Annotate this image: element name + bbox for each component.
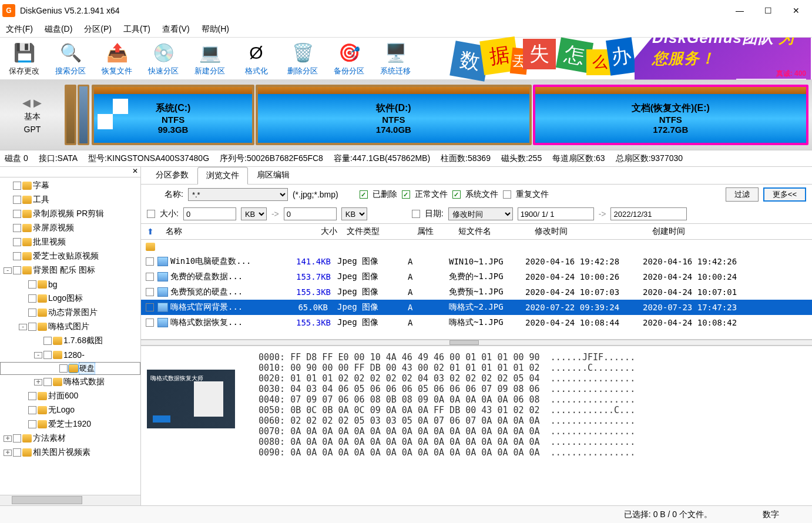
tree-label[interactable]: 工具 [33, 195, 49, 205]
small-partition-2[interactable] [78, 85, 89, 145]
file-list-hscroll[interactable] [141, 340, 812, 346]
tree-node[interactable]: 硬盘 [0, 362, 140, 375]
menu-disk[interactable]: 磁盘(D) [45, 24, 72, 35]
tree-expander-icon[interactable]: - [4, 267, 12, 274]
tree-node[interactable]: -嗨格式图片 [0, 320, 140, 334]
col-mtime[interactable]: 修改时间 [530, 226, 647, 237]
hex-dump[interactable]: 0000: FF D8 FF E0 00 10 4A 46 49 46 00 0… [241, 346, 812, 505]
file-row[interactable]: 免费预览的硬盘...155.3KBJpeg 图像A免费预~1.JPG2020-0… [141, 284, 812, 300]
date-from-input[interactable] [518, 207, 594, 220]
preview-thumbnail[interactable]: 嗨格式数据恢复大师 [147, 370, 235, 428]
tree-checkbox[interactable] [28, 294, 36, 303]
tree-label[interactable]: 背景图 配乐 图标 [33, 265, 95, 276]
nav-arrows-icon[interactable]: ◀ ▶ [22, 96, 42, 109]
tree-label[interactable]: 相关图片视频素 [33, 447, 90, 458]
menu-file[interactable]: 文件(F) [6, 24, 33, 35]
file-checkbox[interactable] [146, 273, 154, 281]
tree-label[interactable]: 动态背景图片 [48, 307, 98, 318]
tree-checkbox[interactable] [13, 434, 21, 442]
close-button[interactable]: ✕ [783, 2, 810, 19]
size-unit-from[interactable]: KB [241, 207, 267, 220]
tree-label[interactable]: bg [48, 280, 58, 289]
tree-scrollbar[interactable] [0, 495, 140, 505]
tree-node[interactable]: 封面600 [0, 389, 140, 403]
tree-node[interactable]: +相关图片视频素 [0, 445, 140, 460]
col-name[interactable]: 名称 [154, 226, 301, 237]
tree-checkbox[interactable] [43, 351, 52, 359]
tree-node[interactable]: +嗨格式数据 [0, 375, 140, 389]
checkbox-deleted[interactable]: ✓ [360, 190, 368, 199]
partition-0[interactable]: 系统(C:)NTFS99.3GB [92, 85, 254, 145]
file-checkbox[interactable] [146, 288, 154, 296]
tree-label[interactable]: 录屏原视频 [33, 223, 74, 233]
tree-checkbox[interactable] [28, 309, 36, 317]
tree-checkbox[interactable] [28, 323, 36, 331]
tree-checkbox[interactable] [13, 182, 21, 190]
tree-expander-icon[interactable]: + [4, 450, 12, 456]
menu-tools[interactable]: 工具(T) [123, 24, 150, 35]
toolbar-migrate[interactable]: 🖥️系统迁移 [373, 39, 418, 79]
tree-checkbox[interactable] [13, 252, 21, 260]
toolbar-delete-partition[interactable]: 🗑️删除分区 [280, 39, 326, 79]
tab-browse-files[interactable]: 浏览文件 [197, 167, 248, 185]
tree-label[interactable]: 录制原视频 PR剪辑 [33, 209, 104, 219]
tree-node[interactable]: Logo图标 [0, 291, 140, 306]
tree-label[interactable]: 1.7.68截图 [63, 336, 103, 346]
tree-label[interactable]: Logo图标 [48, 293, 83, 304]
tree-label[interactable]: 爱芝士1920 [48, 419, 91, 430]
tree-node[interactable]: bg [0, 277, 140, 291]
size-to-input[interactable] [284, 207, 337, 220]
tree-node[interactable]: 工具 [0, 193, 140, 207]
tree-label[interactable]: 嗨格式图片 [48, 321, 89, 332]
tree-label[interactable]: 无Logo [48, 405, 75, 415]
col-attr[interactable]: 属性 [412, 226, 454, 237]
checkbox-normal[interactable]: ✓ [402, 190, 410, 199]
tree-node[interactable]: 爱芝士1920 [0, 417, 140, 431]
tree-checkbox[interactable] [28, 392, 36, 400]
tree-checkbox[interactable] [13, 238, 21, 246]
tree-node[interactable]: 动态背景图片 [0, 306, 140, 320]
date-to-input[interactable] [610, 207, 687, 220]
maximize-button[interactable]: ☐ [754, 2, 781, 19]
col-size[interactable]: 大小 [301, 226, 342, 237]
col-short[interactable]: 短文件名 [454, 226, 530, 237]
filter-name-input[interactable]: *.* [188, 188, 288, 201]
toolbar-save[interactable]: 💾保存更改 [1, 39, 47, 79]
tree-checkbox[interactable] [43, 378, 52, 386]
partition-1[interactable]: 软件(D:)NTFS174.0GB [256, 85, 531, 145]
partition-2[interactable]: 文档(恢复文件)(E:)NTFS172.7GB [533, 85, 808, 145]
file-row[interactable]: Win10电脑硬盘数...141.4KBJpeg 图像AWIN10~1.JPG2… [141, 254, 812, 269]
tree-expander-icon[interactable]: + [4, 435, 12, 442]
checkbox-system[interactable]: ✓ [452, 190, 461, 199]
tree-node[interactable]: -背景图 配乐 图标 [0, 263, 140, 277]
tree-expander-icon[interactable]: - [34, 352, 42, 358]
file-row[interactable]: 嗨格式数据恢复...155.3KBJpeg 图像A嗨格式~1.JPG2020-0… [141, 315, 812, 330]
tree-checkbox[interactable] [13, 448, 21, 457]
file-checkbox[interactable] [146, 257, 154, 266]
menu-help[interactable]: 帮助(H) [202, 24, 229, 35]
tree-node[interactable]: 录屏原视频 [0, 221, 140, 235]
tab-partition-params[interactable]: 分区参数 [147, 167, 197, 184]
tree-label[interactable]: 嗨格式数据 [63, 377, 105, 387]
tree-checkbox[interactable] [28, 420, 36, 428]
toolbar-recover[interactable]: 📤恢复文件 [94, 39, 140, 79]
tree-node[interactable]: 录制原视频 PR剪辑 [0, 207, 140, 221]
menu-view[interactable]: 查看(V) [162, 24, 190, 35]
tree-node[interactable]: 批里视频 [0, 235, 140, 249]
tree-label[interactable]: 1280- [63, 350, 85, 360]
toolbar-format[interactable]: Ø格式化 [233, 39, 279, 79]
col-type[interactable]: 文件类型 [342, 226, 412, 237]
promo-banner[interactable]: DiskGenius团队 为您服务！ 真诚: 400 QQ: 400008995 [635, 38, 811, 80]
tree-checkbox[interactable] [43, 337, 52, 345]
checkbox-size[interactable] [147, 210, 155, 218]
tree-node[interactable]: 1.7.68截图 [0, 334, 140, 348]
tree-checkbox[interactable] [13, 266, 21, 274]
tree-node[interactable]: 字幕 [0, 179, 140, 193]
filter-button[interactable]: 过滤 [726, 187, 759, 202]
checkbox-date[interactable] [412, 210, 420, 218]
tree-checkbox[interactable] [13, 196, 21, 204]
small-partition-1[interactable] [65, 85, 76, 145]
tree-label[interactable]: 硬盘 [79, 363, 95, 374]
tree-label[interactable]: 批里视频 [33, 237, 66, 247]
tree-expander-icon[interactable]: - [19, 324, 27, 330]
